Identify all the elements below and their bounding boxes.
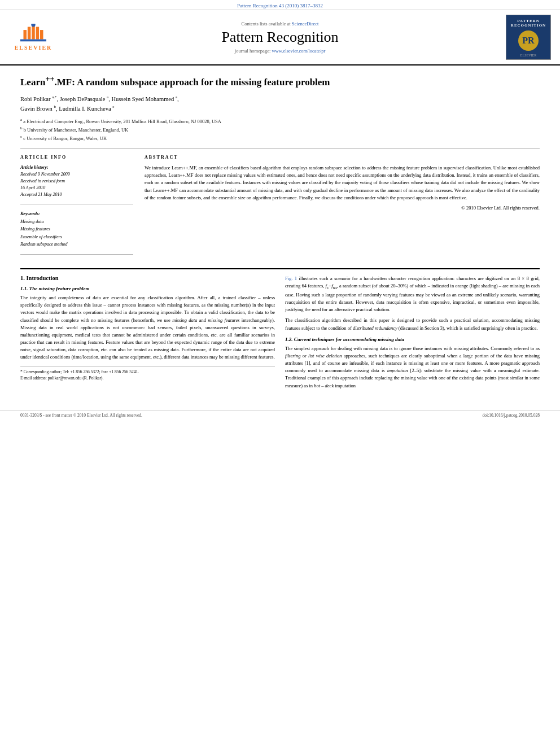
body-separator (20, 268, 540, 269)
section-1-1-text: The integrity and completeness of data a… (20, 294, 275, 361)
subsection-1-2-heading: 1.2. Current techniques for accommodatin… (285, 337, 540, 342)
article-info: ARTICLE INFO Article history: Received 9… (20, 155, 133, 260)
svg-rect-2 (36, 27, 40, 40)
elsevier-logo: ELSEVIER (9, 23, 58, 52)
svg-rect-4 (40, 30, 43, 40)
body-two-col: 1. Introduction 1.1. The missing feature… (20, 275, 540, 393)
section-1-heading: 1. Introduction (20, 275, 275, 281)
elsevier-text: ELSEVIER (15, 45, 53, 51)
svg-rect-1 (28, 27, 31, 40)
section-1-right-text2: The classification algorithm described i… (285, 317, 540, 331)
separator (20, 148, 540, 149)
journal-logo-right: PATTERNRECOGNITION PR ELSEVIER (500, 15, 551, 60)
pr-logo-emblem-text: PR (522, 36, 534, 46)
pr-logo-emblem: PR (518, 30, 539, 51)
fig1-ref: Fig. 1 (285, 276, 297, 281)
paper-content: Learn++.MF: A random subspace approach f… (0, 65, 560, 404)
paper-title: Learn++.MF: A random subspace approach f… (20, 73, 540, 89)
sciencedirect-link[interactable]: ScienceDirect (292, 21, 319, 27)
article-info-heading: ARTICLE INFO (20, 155, 133, 160)
article-history: Article history: Received 9 November 200… (20, 164, 133, 198)
abstract-text: We introduce Learn++.MF, an ensemble-of-… (145, 164, 540, 202)
journal-reference[interactable]: Pattern Recognition 43 (2010) 3817–3832 (237, 3, 323, 8)
journal-homepage: journal homepage: www.elsevier.com/locat… (67, 48, 493, 54)
top-bar: Pattern Recognition 43 (2010) 3817–3832 (0, 0, 560, 10)
copyright: © 2010 Elsevier Ltd. All rights reserved… (145, 205, 540, 211)
abstract: ABSTRACT We introduce Learn++.MF, an ens… (145, 155, 540, 260)
subsection-1-1-heading: 1.1. The missing feature problem (20, 286, 275, 291)
journal-header-center: Contents lists available at ScienceDirec… (67, 21, 493, 54)
elsevier-logo-area: ELSEVIER (9, 23, 60, 52)
article-info-abstract: ARTICLE INFO Article history: Received 9… (20, 155, 540, 260)
contents-line: Contents lists available at ScienceDirec… (67, 21, 493, 27)
journal-url[interactable]: www.elsevier.com/locate/pr (272, 48, 325, 54)
keywords-section: Keywords: Missing data Missing features … (20, 210, 133, 248)
affiliations: a a Electrical and Computer Eng., Rowan … (20, 117, 540, 142)
abstract-heading: ABSTRACT (145, 155, 540, 160)
pr-logo-box: PATTERNRECOGNITION PR ELSEVIER (506, 15, 551, 60)
journal-header: ELSEVIER Contents lists available at Sci… (0, 10, 560, 65)
body-right-col: Fig. 1 illustrates such a scenario for a… (285, 275, 540, 393)
footer-doi: doi:10.1016/j.patcog.2010.05.028 (483, 413, 540, 418)
footer-issn: 0031-3203/$ - see front matter © 2010 El… (20, 413, 142, 418)
journal-title: Pattern Recognition (67, 29, 493, 46)
footnote-corresponding: * Corresponding author; Tel: +1 856 256 … (20, 369, 275, 375)
body-left-col: 1. Introduction 1.1. The missing feature… (20, 275, 275, 393)
separator-keywords (20, 204, 133, 204)
authors: Robi Polikar a,*, Joseph DePasquale a, H… (20, 94, 540, 114)
pr-logo-bottom: ELSEVIER (520, 54, 536, 57)
footer-bar: 0031-3203/$ - see front matter © 2010 El… (0, 410, 560, 420)
footnote-email: E-mail address: polikar@rowan.edu (R. Po… (20, 375, 275, 381)
section-1-right-text1: Fig. 1 illustrates such a scenario for a… (285, 275, 540, 313)
svg-rect-3 (24, 30, 27, 40)
elsevier-tree-icon (19, 24, 47, 43)
section-1-2-text: The simplest approach for dealing with m… (285, 345, 540, 390)
separator-bottom (20, 254, 133, 255)
svg-rect-5 (20, 40, 46, 42)
footnote-area: * Corresponding author; Tel: +1 856 256 … (20, 366, 275, 382)
pr-logo-top-text: PATTERNRECOGNITION (511, 19, 546, 28)
